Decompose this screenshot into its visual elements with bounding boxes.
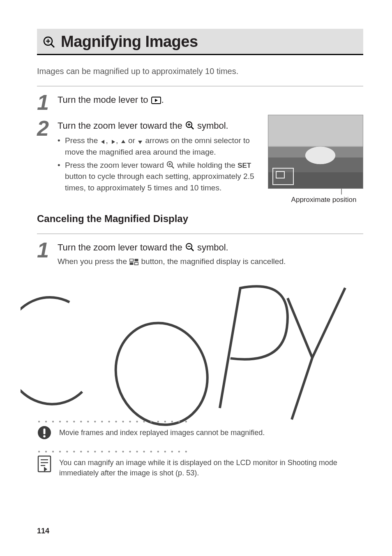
step-1: 1 Turn the mode lever to . — [37, 92, 363, 112]
magnify-plus-icon — [43, 36, 55, 48]
svg-line-15 — [172, 166, 174, 168]
magnify-plus-icon — [185, 121, 194, 130]
page-number: 114 — [37, 527, 49, 535]
example-figure: Approximate position — [268, 115, 363, 204]
svg-marker-13 — [138, 141, 142, 144]
intro-text: Images can be magnified up to approximat… — [37, 67, 363, 76]
svg-rect-23 — [130, 262, 134, 265]
svg-marker-5 — [155, 99, 158, 102]
step-2: 2 Turn the zoom lever toward the symbol.… — [37, 118, 261, 195]
b2-b: while holding the — [175, 161, 238, 169]
b1-before: Press the — [65, 136, 100, 145]
b2-c: button to cycle through each setting, ap… — [65, 172, 254, 192]
step2-text-before: Turn the zoom lever toward the — [58, 120, 185, 131]
index-icon — [129, 259, 138, 265]
svg-line-1 — [51, 44, 54, 47]
step-number: 1 — [37, 241, 52, 267]
arrow-down-icon — [138, 139, 143, 144]
memo-note-text: You can magnify an image while it is dis… — [59, 455, 363, 478]
subheading: Canceling the Magnified Display — [37, 213, 363, 225]
exclamation-icon — [37, 425, 52, 440]
cancel-before: Turn the zoom lever toward the — [58, 242, 185, 253]
set-button-label: SET — [238, 162, 251, 169]
bullet-item: Press the zoom lever toward while holdin… — [58, 160, 261, 194]
dots-divider: ●●●●●●●●●●●●●●●●●●●●●● — [38, 449, 363, 454]
cancel-desc-after: button, the magnified display is cancell… — [139, 257, 286, 266]
svg-marker-11 — [112, 140, 115, 144]
divider — [37, 234, 363, 234]
callout-line — [341, 189, 342, 195]
step-2-heading: Turn the zoom lever toward the symbol. — [58, 120, 261, 132]
magnified-image-preview — [268, 115, 363, 189]
b2-a: Press the zoom lever toward — [65, 161, 166, 169]
memo-note: You can magnify an image while it is dis… — [37, 455, 363, 478]
step2-text-after: symbol. — [195, 120, 228, 131]
step-number: 2 — [37, 119, 52, 195]
magnify-minus-icon — [185, 243, 194, 252]
svg-rect-22 — [135, 259, 138, 261]
section-title: Magnifying Images — [61, 33, 198, 51]
bullet-item: Press the , , or arrows on the omni sele… — [58, 135, 261, 158]
position-indicator — [272, 168, 294, 185]
svg-rect-21 — [130, 259, 134, 261]
svg-rect-24 — [135, 262, 138, 265]
arrow-left-icon — [101, 139, 106, 144]
step-2-bullets: Press the , , or arrows on the omni sele… — [58, 135, 261, 193]
cancel-description: When you press the button, the magnified… — [58, 256, 363, 267]
cancel-desc-before: When you press the — [58, 257, 129, 266]
step-number: 1 — [37, 93, 52, 112]
svg-marker-12 — [121, 140, 125, 143]
svg-marker-10 — [101, 140, 104, 144]
step-1-heading: Turn the mode lever to . — [58, 94, 363, 106]
important-note: Movie frames and index replayed images c… — [37, 425, 363, 440]
step1-text-before: Turn the mode lever to — [58, 95, 151, 105]
magnify-plus-icon — [166, 161, 175, 169]
svg-line-7 — [191, 127, 194, 129]
dots-divider: ●●●●●●●●●●●●●●●●●●●●●● — [38, 419, 363, 424]
svg-line-19 — [191, 248, 194, 251]
cancel-step-1: 1 Turn the zoom lever toward the symbol.… — [37, 240, 363, 267]
divider — [37, 86, 363, 86]
svg-rect-26 — [44, 429, 46, 434]
section-title-bar: Magnifying Images — [37, 29, 363, 55]
cancel-heading: Turn the zoom lever toward the symbol. — [58, 241, 363, 254]
play-mode-icon — [151, 97, 161, 104]
step1-text-after: . — [161, 95, 164, 105]
important-note-text: Movie frames and index replayed images c… — [59, 425, 265, 438]
arrow-up-icon — [121, 139, 126, 144]
cancel-after: symbol. — [195, 242, 228, 253]
figure-caption: Approximate position — [268, 195, 363, 204]
memo-icon — [37, 455, 52, 473]
arrow-right-icon — [111, 139, 115, 144]
svg-point-27 — [43, 436, 46, 438]
